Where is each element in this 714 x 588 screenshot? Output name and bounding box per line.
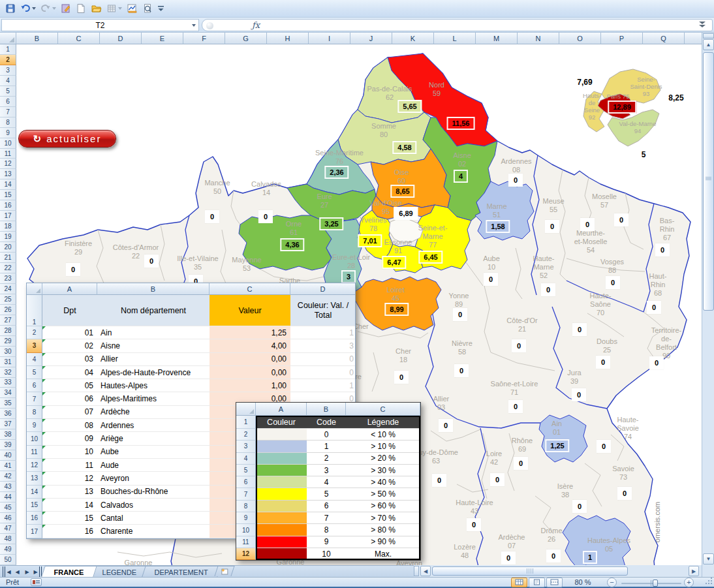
scroll-left-button[interactable]: ◀ bbox=[420, 566, 431, 576]
data-window-row-header-2[interactable]: 2 bbox=[27, 326, 42, 339]
data-window-row-header-17[interactable]: 17 bbox=[27, 525, 42, 538]
column-header-M[interactable]: M bbox=[476, 33, 518, 44]
data-window-row-header-12[interactable]: 12 bbox=[27, 459, 42, 472]
data-window-corner[interactable] bbox=[27, 283, 42, 295]
formula-input[interactable]: ƒx bbox=[202, 19, 713, 31]
column-header-D[interactable]: D bbox=[100, 33, 142, 44]
new-document-button[interactable] bbox=[74, 1, 87, 16]
sheet-tab-france[interactable]: FRANCE bbox=[41, 566, 97, 577]
data-window-row-header-3[interactable]: 3 bbox=[27, 339, 42, 352]
macro-record-icon[interactable] bbox=[31, 578, 42, 586]
column-header-I[interactable]: I bbox=[309, 33, 350, 44]
column-header-Q[interactable]: Q bbox=[643, 33, 685, 44]
row-header-16[interactable]: 16 bbox=[0, 200, 16, 211]
row-header-38[interactable]: 38 bbox=[0, 429, 16, 440]
data-window-row-header-15[interactable]: 15 bbox=[27, 499, 42, 512]
view-normal-button[interactable] bbox=[511, 578, 527, 587]
paste-table-button[interactable] bbox=[105, 1, 123, 16]
legend-row-header-7[interactable]: 7 bbox=[236, 488, 256, 500]
column-header-H[interactable]: H bbox=[267, 33, 309, 44]
row-header-36[interactable]: 36 bbox=[0, 409, 16, 419]
customize-toolbar-button[interactable] bbox=[156, 1, 166, 16]
row-header-44[interactable]: 44 bbox=[0, 492, 16, 503]
row-header-5[interactable]: 5 bbox=[0, 86, 16, 97]
data-window-row-header-6[interactable]: 6 bbox=[27, 379, 42, 392]
legend-row-header-2[interactable]: 2 bbox=[236, 429, 256, 441]
row-header-50[interactable]: 50 bbox=[0, 555, 16, 565]
row-header-29[interactable]: 29 bbox=[0, 336, 16, 347]
view-page-layout-button[interactable] bbox=[529, 578, 545, 587]
column-header-N[interactable]: N bbox=[518, 33, 559, 44]
insert-worksheet-tab[interactable] bbox=[214, 566, 234, 576]
sheet-tab-departement[interactable]: DEPARTEMENT bbox=[142, 566, 222, 577]
row-header-18[interactable]: 18 bbox=[0, 221, 16, 232]
last-sheet-button[interactable]: ▶ bbox=[32, 566, 42, 577]
vertical-scrollbar[interactable]: ▲ ▼ bbox=[702, 33, 714, 565]
row-header-1[interactable]: 1 bbox=[0, 44, 16, 55]
row-header-7[interactable]: 7 bbox=[0, 107, 16, 117]
column-header-C[interactable]: C bbox=[58, 33, 100, 44]
expand-formula-bar-icon[interactable] bbox=[699, 22, 707, 31]
save-button[interactable] bbox=[4, 1, 17, 16]
data-window-row-header-10[interactable]: 10 bbox=[27, 432, 42, 445]
row-header-20[interactable]: 20 bbox=[0, 242, 16, 253]
zoom-in-button[interactable]: + bbox=[684, 578, 694, 587]
column-header-J[interactable]: J bbox=[350, 33, 392, 44]
row-header-45[interactable]: 45 bbox=[0, 503, 16, 513]
data-window-column-B[interactable]: B bbox=[97, 283, 210, 295]
data-window-column-D[interactable]: D bbox=[290, 283, 356, 295]
row-header-47[interactable]: 47 bbox=[0, 523, 16, 534]
resize-grip[interactable] bbox=[705, 577, 713, 585]
row-header-27[interactable]: 27 bbox=[0, 315, 16, 326]
column-header-O[interactable]: O bbox=[559, 33, 601, 44]
row-header-17[interactable]: 17 bbox=[0, 211, 16, 221]
data-window-column-A[interactable]: A bbox=[42, 283, 97, 295]
row-header-49[interactable]: 49 bbox=[0, 544, 16, 555]
row-header-43[interactable]: 43 bbox=[0, 482, 16, 492]
legend-row-header-11[interactable]: 11 bbox=[236, 536, 256, 548]
legend-row-header-9[interactable]: 9 bbox=[236, 512, 256, 524]
row-header-48[interactable]: 48 bbox=[0, 534, 16, 544]
zoom-slider-handle[interactable] bbox=[653, 580, 658, 587]
next-sheet-button[interactable]: ▶ bbox=[22, 566, 32, 577]
row-header-9[interactable]: 9 bbox=[0, 128, 16, 138]
legend-row-header-6[interactable]: 6 bbox=[236, 476, 256, 488]
undo-dropdown[interactable] bbox=[32, 7, 36, 10]
row-header-10[interactable]: 10 bbox=[0, 138, 16, 149]
row-header-31[interactable]: 31 bbox=[0, 357, 16, 367]
legend-window-column-B[interactable]: B bbox=[307, 403, 346, 416]
row-header-11[interactable]: 11 bbox=[0, 149, 16, 159]
legend-row-header-4[interactable]: 4 bbox=[236, 453, 256, 465]
data-window-row-header-8[interactable]: 8 bbox=[27, 406, 42, 419]
name-box[interactable]: T2 bbox=[1, 19, 199, 31]
scroll-right-button[interactable]: ▶ bbox=[689, 566, 699, 576]
legend-row-header-1[interactable]: 1 bbox=[236, 416, 256, 429]
data-window-row-header-9[interactable]: 9 bbox=[27, 419, 42, 432]
row-header-40[interactable]: 40 bbox=[0, 450, 16, 461]
column-header-L[interactable]: L bbox=[434, 33, 476, 44]
legend-window-corner[interactable] bbox=[236, 403, 256, 416]
row-header-34[interactable]: 34 bbox=[0, 388, 16, 398]
legend-window[interactable]: ABC1CouleurCodeLégende20< 10 %31> 10 %42… bbox=[236, 402, 421, 561]
legend-row-header-10[interactable]: 10 bbox=[236, 524, 256, 536]
row-header-33[interactable]: 33 bbox=[0, 378, 16, 388]
legend-row-header-3[interactable]: 3 bbox=[236, 441, 256, 452]
refresh-button[interactable]: ↻ actualiser bbox=[18, 130, 116, 147]
chart-edit-button[interactable] bbox=[125, 1, 139, 16]
row-header-28[interactable]: 28 bbox=[0, 326, 16, 336]
horizontal-scrollbar[interactable]: ◀ ▶ bbox=[414, 565, 702, 577]
insert-function-icon[interactable]: ƒx bbox=[252, 20, 260, 30]
row-header-8[interactable]: 8 bbox=[0, 117, 16, 128]
row-header-13[interactable]: 13 bbox=[0, 169, 16, 179]
print-preview-button[interactable] bbox=[141, 1, 154, 16]
data-window-column-C[interactable]: C bbox=[210, 283, 290, 295]
tab-split-handle[interactable] bbox=[414, 566, 419, 576]
row-header-22[interactable]: 22 bbox=[0, 263, 16, 273]
first-sheet-button[interactable]: ◀ bbox=[3, 566, 12, 577]
row-header-23[interactable]: 23 bbox=[0, 273, 16, 284]
data-window-row-header-7[interactable]: 7 bbox=[27, 392, 42, 405]
data-window-row-header-1[interactable]: 1 bbox=[27, 295, 42, 326]
row-header-37[interactable]: 37 bbox=[0, 419, 16, 429]
redo-dropdown[interactable] bbox=[52, 7, 56, 10]
data-window-row-header-16[interactable]: 16 bbox=[27, 512, 42, 525]
